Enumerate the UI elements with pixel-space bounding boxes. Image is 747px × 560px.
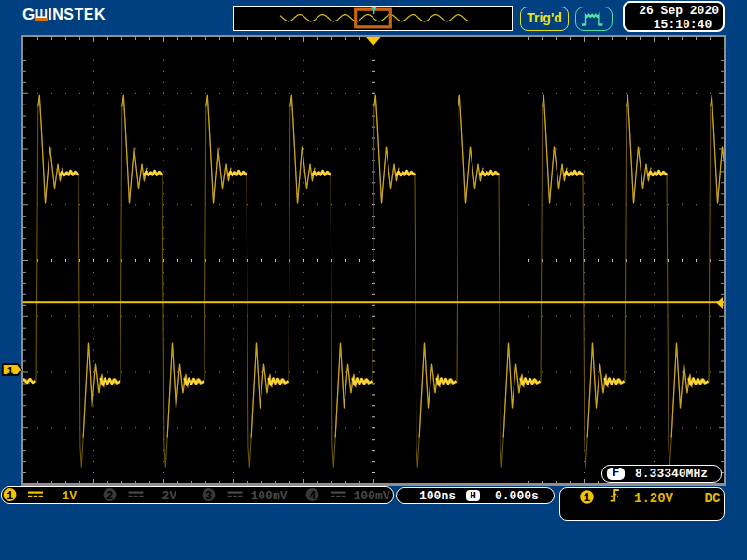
svg-text:2: 2: [106, 490, 113, 503]
svg-text:DC: DC: [705, 491, 721, 506]
svg-text:100mV: 100mV: [251, 489, 288, 503]
svg-text:1: 1: [584, 491, 591, 505]
svg-text:1.20V: 1.20V: [634, 491, 674, 506]
svg-text:100mV: 100mV: [354, 489, 390, 503]
svg-text:1V: 1V: [63, 489, 78, 503]
svg-text:3: 3: [205, 490, 212, 503]
svg-text:2V: 2V: [162, 489, 177, 503]
svg-text:1: 1: [7, 365, 14, 376]
svg-text:4: 4: [309, 490, 316, 503]
svg-text:1: 1: [7, 490, 13, 503]
